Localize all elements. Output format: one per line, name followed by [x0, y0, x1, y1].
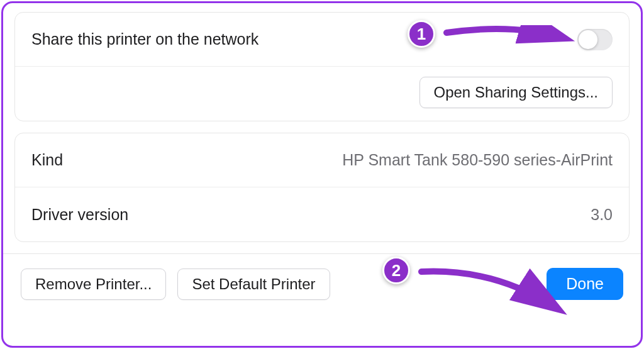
- kind-row: Kind HP Smart Tank 580-590 series-AirPri…: [15, 133, 629, 187]
- annotation-arrow-1: [440, 25, 579, 63]
- remove-printer-button[interactable]: Remove Printer...: [21, 269, 166, 300]
- set-default-printer-button[interactable]: Set Default Printer: [177, 269, 330, 300]
- driver-version-label: Driver version: [31, 206, 128, 224]
- annotation-badge-2: 2: [382, 257, 410, 284]
- kind-value: HP Smart Tank 580-590 series-AirPrint: [342, 151, 613, 169]
- driver-version-value: 3.0: [591, 206, 613, 224]
- share-printer-label: Share this printer on the network: [31, 30, 258, 48]
- annotation-badge-1: 1: [408, 20, 435, 48]
- printer-details-panel: Kind HP Smart Tank 580-590 series-AirPri…: [14, 133, 630, 242]
- annotation-arrow-2: [415, 263, 579, 323]
- toggle-knob: [579, 30, 597, 49]
- open-sharing-settings-button[interactable]: Open Sharing Settings...: [419, 77, 613, 108]
- share-printer-toggle[interactable]: [577, 29, 613, 50]
- kind-label: Kind: [31, 151, 63, 169]
- footer-left-group: Remove Printer... Set Default Printer: [21, 269, 330, 300]
- driver-version-row: Driver version 3.0: [15, 187, 629, 241]
- sharing-settings-row: Open Sharing Settings...: [15, 67, 629, 121]
